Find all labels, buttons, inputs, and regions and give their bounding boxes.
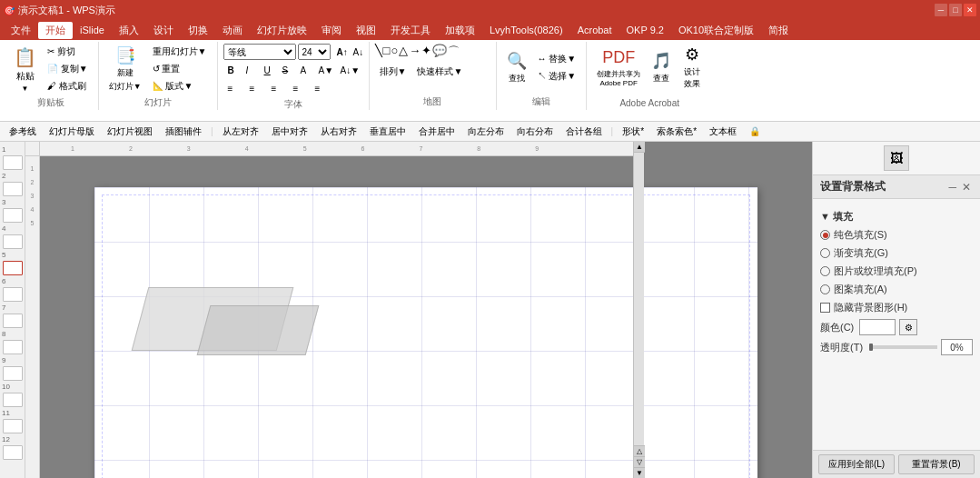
hide-bg-label[interactable]: 隐藏背景图形(H) (834, 301, 907, 314)
font-color-button[interactable]: A▼ (314, 62, 334, 78)
scroll-down-button[interactable]: ▼ (634, 467, 645, 478)
copy-button[interactable]: 📄 复制▼ (43, 61, 93, 77)
toolbar-dist-left[interactable]: 向左分布 (462, 124, 510, 140)
menu-animation[interactable]: 动画 (215, 22, 250, 39)
menu-lvyhtools[interactable]: LvyhTools(0826) (482, 23, 570, 37)
new-slide-button[interactable]: 📑 新建 幻灯片▼ (104, 45, 146, 93)
underline-button[interactable]: U (260, 62, 276, 78)
page-up-button[interactable]: △ (634, 445, 645, 456)
paste-button[interactable]: 📋 粘贴 ▼ (9, 45, 41, 93)
toolbar-reference[interactable]: 参考线 (4, 124, 42, 140)
slide-thumb-11[interactable] (3, 419, 23, 433)
color-swatch[interactable] (859, 319, 896, 335)
minimize-button[interactable]: ─ (935, 4, 947, 16)
texture-fill-label[interactable]: 图片或纹理填充(P) (834, 264, 917, 278)
slide-thumb-7[interactable] (3, 314, 23, 328)
font-increase-button[interactable]: A↑ (332, 44, 347, 60)
opacity-value[interactable]: 0% (941, 339, 973, 355)
menu-islide[interactable]: iSlide (73, 23, 112, 37)
arrange-button[interactable]: 排列▼ (375, 64, 411, 80)
panel-minimize-button[interactable]: ─ (946, 181, 958, 194)
pattern-fill-radio[interactable] (820, 284, 830, 294)
slide-thumb-9[interactable] (3, 366, 23, 381)
slide-thumb-2[interactable] (3, 182, 23, 196)
toolbar-shapes[interactable]: 形状* (617, 124, 649, 140)
reset-button[interactable]: ↺ 重置 (148, 61, 212, 77)
toolbar-slide-view[interactable]: 幻灯片视图 (102, 124, 158, 140)
shape-circle[interactable]: ○ (391, 44, 398, 60)
menu-jianbo[interactable]: 简报 (761, 22, 796, 39)
align-left-btn[interactable]: ≡ (223, 80, 243, 96)
scroll-track[interactable] (634, 153, 644, 445)
panel-close-button[interactable]: ✕ (960, 181, 973, 194)
color-picker-button[interactable]: ⚙ (899, 319, 917, 335)
menu-view[interactable]: 视图 (349, 22, 383, 39)
quick-style-button[interactable]: 快速样式▼ (412, 64, 467, 80)
v-scrollbar[interactable]: ▲ △ ▽ ▼ (633, 142, 644, 478)
toolbar-find-color[interactable]: 索条索色* (651, 124, 702, 140)
shape-curve[interactable]: ⌒ (448, 44, 460, 60)
maximize-button[interactable]: □ (949, 4, 962, 16)
reuse-slide-button[interactable]: 重用幻灯片▼ (148, 44, 212, 60)
slide-thumb-8[interactable] (3, 340, 23, 354)
slide-thumb-3[interactable] (3, 208, 23, 223)
menu-developer[interactable]: 开发工具 (383, 22, 438, 39)
opacity-slider[interactable] (869, 345, 937, 349)
gradient-fill-radio[interactable] (820, 248, 830, 258)
shape-line[interactable]: ╲ (375, 44, 382, 60)
menu-okp[interactable]: OKP 9.2 (619, 23, 671, 37)
menu-review[interactable]: 审阅 (314, 22, 349, 39)
paste-dropdown[interactable]: ▼ (22, 85, 29, 93)
shape-arrow[interactable]: → (409, 44, 421, 60)
shape-2[interactable] (197, 305, 320, 355)
slider-handle[interactable] (869, 344, 873, 351)
font-name-select[interactable]: 等线 (223, 44, 296, 60)
toolbar-insert-assist[interactable]: 插图辅件 (160, 124, 207, 140)
find-button[interactable]: 🔍 查找 (502, 44, 531, 91)
menu-start[interactable]: 开始 (38, 22, 73, 39)
toolbar-slide-master[interactable]: 幻灯片母版 (44, 124, 100, 140)
justify-btn[interactable]: ≡ (289, 80, 309, 96)
cut-button[interactable]: ✂ 剪切 (43, 44, 93, 60)
format-painter-button[interactable]: 🖌 格式刷 (43, 78, 93, 95)
menu-acrobat[interactable]: Acrobat (570, 23, 619, 37)
bold-button[interactable]: B (223, 62, 240, 78)
menu-transition[interactable]: 切换 (181, 22, 215, 39)
menu-file[interactable]: 文件 (4, 22, 38, 39)
menu-design[interactable]: 设计 (146, 22, 181, 39)
texture-fill-radio[interactable] (820, 266, 830, 276)
toolbar-lock[interactable]: 🔒 (744, 124, 766, 138)
toolbar-textbox[interactable]: 文本框 (704, 124, 742, 140)
shape-callout[interactable]: 💬 (432, 44, 447, 60)
shape-triangle[interactable]: △ (399, 44, 408, 60)
replace-button[interactable]: ↔ 替换▼ (533, 51, 581, 67)
close-button[interactable]: ✕ (964, 4, 976, 16)
slide-thumb-1[interactable] (3, 155, 23, 170)
toolbar-align-left[interactable]: 从左对齐 (217, 124, 264, 140)
solid-fill-label[interactable]: 纯色填充(S) (834, 228, 887, 242)
menu-insert[interactable]: 插入 (112, 22, 146, 39)
toolbar-align-center[interactable]: 居中对齐 (266, 124, 313, 140)
scroll-up-button[interactable]: ▲ (634, 142, 645, 153)
solid-fill-radio[interactable] (820, 230, 830, 240)
audio-button[interactable]: 🎵 查查 (647, 44, 676, 91)
toolbar-merge-center[interactable]: 合并居中 (413, 124, 460, 140)
apply-all-button[interactable]: 应用到全部(L) (818, 454, 895, 474)
menu-addins[interactable]: 加载项 (438, 22, 482, 39)
shape-rect[interactable]: □ (383, 44, 391, 60)
menu-slideshow[interactable]: 幻灯片放映 (250, 22, 314, 39)
slide-canvas[interactable] (94, 187, 757, 478)
slide-thumb-10[interactable] (3, 393, 23, 407)
slide-thumb-6[interactable] (3, 287, 23, 302)
layout-button[interactable]: 📐 版式▼ (148, 78, 212, 95)
panel-icon-image[interactable]: 🖼 (884, 145, 909, 171)
slide-thumb-4[interactable] (3, 234, 23, 249)
slide-thumb-12[interactable] (3, 445, 23, 460)
strikethrough-button[interactable]: S (278, 62, 294, 78)
shadow-button[interactable]: A (296, 62, 312, 78)
page-down-button[interactable]: ▽ (634, 456, 645, 467)
pattern-fill-label[interactable]: 图案填充(A) (834, 283, 887, 296)
font-decrease-button[interactable]: A↓ (349, 44, 363, 60)
font-size-select[interactable]: 24 (298, 44, 331, 60)
create-pdf-button[interactable]: PDF 创建并共享为Adobe PDF (592, 44, 645, 91)
